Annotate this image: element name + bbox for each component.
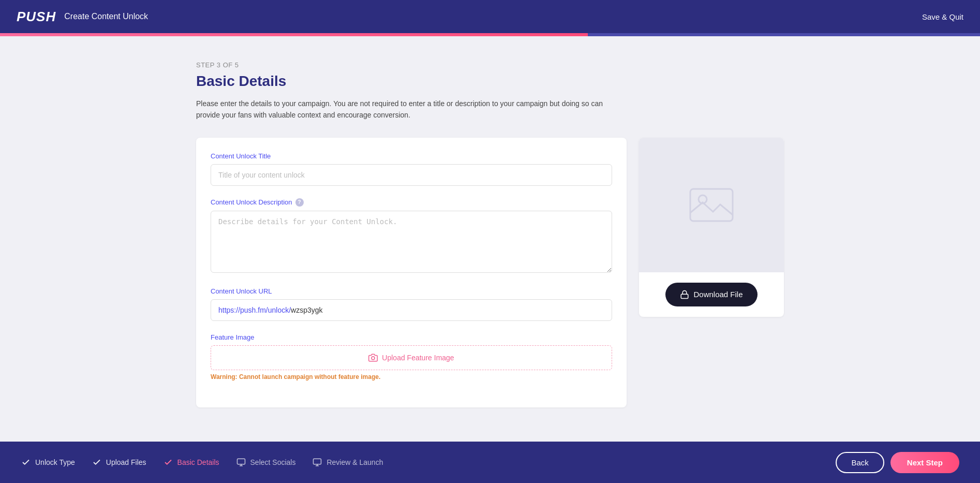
step-nav-upload-files[interactable]: Upload Files (92, 457, 146, 467)
page-description: Please enter the details to your campaig… (196, 98, 620, 121)
url-field-group: Content Unlock URL https://push.fm/unloc… (211, 287, 612, 321)
warning-message: Cannot launch campaign without feature i… (239, 373, 380, 380)
save-quit-button[interactable]: Save & Quit (922, 12, 963, 21)
download-label: Download File (693, 290, 743, 299)
main-content: STEP 3 OF 5 Basic Details Please enter t… (180, 36, 800, 442)
preview-image-area (639, 138, 784, 272)
title-input[interactable] (211, 164, 612, 186)
url-suffix: wzsp3ygk (291, 306, 322, 314)
step-label-unlock-type: Unlock Type (35, 458, 75, 466)
feature-image-field-group: Feature Image Upload Feature Image Warni… (211, 333, 612, 380)
step-icon-upload-files (92, 457, 102, 467)
title-label: Content Unlock Title (211, 152, 612, 160)
step-icon-unlock-type (21, 457, 31, 467)
logo: PUSH (17, 9, 56, 25)
url-prefix: https://push.fm/unlock/ (218, 306, 291, 314)
page-heading: Basic Details (196, 73, 784, 90)
step-icon-select-socials (236, 457, 246, 467)
svg-rect-4 (237, 459, 245, 464)
svg-point-0 (372, 357, 375, 360)
preview-card: Download File (639, 138, 784, 317)
header-left: PUSH Create Content Unlock (17, 9, 148, 25)
step-nav-basic-details[interactable]: Basic Details (163, 457, 219, 467)
step-icon-review-launch (312, 457, 322, 467)
header-title: Create Content Unlock (64, 12, 148, 21)
step-label-review-launch: Review & Launch (326, 458, 383, 466)
svg-rect-1 (690, 189, 733, 221)
upload-feature-image-button[interactable]: Upload Feature Image (211, 345, 612, 370)
preview-actions: Download File (639, 272, 784, 317)
step-icon-basic-details (163, 457, 173, 467)
steps-nav: Unlock Type Upload Files Basic Details (21, 457, 383, 467)
description-field-group: Content Unlock Description ? (211, 198, 612, 275)
step-label: STEP 3 OF 5 (196, 61, 784, 69)
step-nav-review-launch[interactable]: Review & Launch (312, 457, 383, 467)
step-label-select-socials: Select Socials (250, 458, 296, 466)
step-label-basic-details: Basic Details (177, 458, 219, 466)
warning-label: Warning: (211, 373, 237, 380)
next-step-button[interactable]: Next Step (890, 452, 959, 473)
step-nav-select-socials[interactable]: Select Socials (236, 457, 296, 467)
step-nav-unlock-type[interactable]: Unlock Type (21, 457, 75, 467)
form-card: Content Unlock Title Content Unlock Desc… (196, 138, 627, 407)
step-label-upload-files: Upload Files (106, 458, 146, 466)
back-button[interactable]: Back (836, 452, 884, 473)
feature-image-label: Feature Image (211, 333, 612, 341)
svg-rect-7 (314, 459, 321, 464)
footer: Unlock Type Upload Files Basic Details (0, 442, 980, 483)
svg-rect-3 (681, 294, 689, 298)
description-label: Content Unlock Description ? (211, 198, 612, 207)
download-file-button[interactable]: Download File (665, 283, 757, 306)
content-row: Content Unlock Title Content Unlock Desc… (196, 138, 784, 407)
upload-label: Upload Feature Image (382, 354, 454, 362)
header: PUSH Create Content Unlock Save & Quit (0, 0, 980, 33)
image-placeholder-icon (688, 187, 735, 223)
title-field-group: Content Unlock Title (211, 152, 612, 186)
url-label: Content Unlock URL (211, 287, 612, 295)
description-textarea[interactable] (211, 211, 612, 273)
url-display: https://push.fm/unlock/wzsp3ygk (211, 299, 612, 321)
footer-buttons: Back Next Step (836, 452, 959, 473)
lock-icon (680, 290, 689, 299)
camera-icon (368, 353, 378, 362)
help-icon[interactable]: ? (295, 198, 304, 207)
warning-text: Warning: Cannot launch campaign without … (211, 373, 612, 380)
